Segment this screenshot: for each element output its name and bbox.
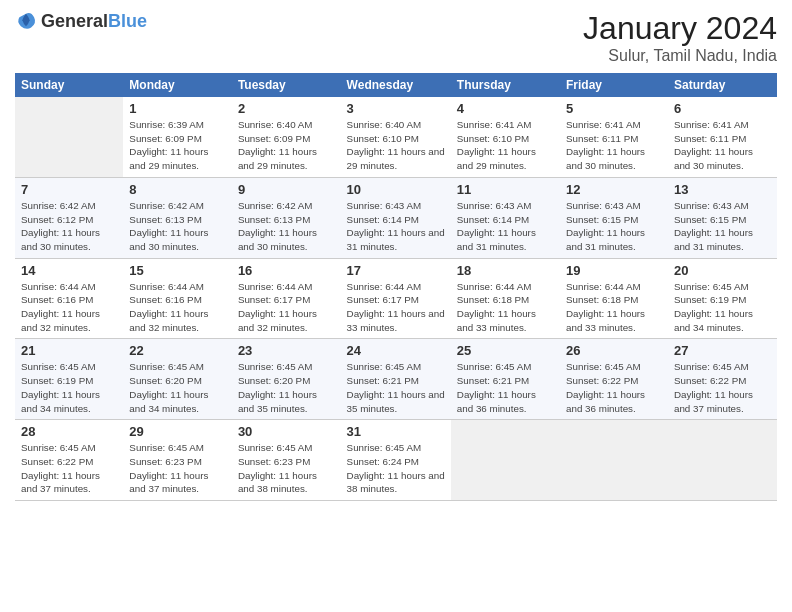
day-number: 14	[21, 263, 117, 278]
logo: GeneralBlue	[15, 10, 147, 32]
day-info: Sunrise: 6:45 AMSunset: 6:21 PMDaylight:…	[347, 360, 445, 415]
day-info: Sunrise: 6:43 AMSunset: 6:14 PMDaylight:…	[457, 199, 554, 254]
day-number: 5	[566, 101, 662, 116]
day-info: Sunrise: 6:40 AMSunset: 6:09 PMDaylight:…	[238, 118, 335, 173]
day-info: Sunrise: 6:45 AMSunset: 6:19 PMDaylight:…	[21, 360, 117, 415]
day-number: 16	[238, 263, 335, 278]
calendar-cell: 2Sunrise: 6:40 AMSunset: 6:09 PMDaylight…	[232, 97, 341, 177]
day-info: Sunrise: 6:45 AMSunset: 6:22 PMDaylight:…	[566, 360, 662, 415]
col-monday: Monday	[123, 73, 232, 97]
day-number: 21	[21, 343, 117, 358]
col-tuesday: Tuesday	[232, 73, 341, 97]
day-number: 19	[566, 263, 662, 278]
calendar-week-row: 14Sunrise: 6:44 AMSunset: 6:16 PMDayligh…	[15, 258, 777, 339]
day-number: 2	[238, 101, 335, 116]
logo-icon	[15, 10, 37, 32]
day-number: 11	[457, 182, 554, 197]
logo-text: GeneralBlue	[41, 11, 147, 32]
day-number: 28	[21, 424, 117, 439]
day-number: 9	[238, 182, 335, 197]
day-info: Sunrise: 6:44 AMSunset: 6:18 PMDaylight:…	[457, 280, 554, 335]
col-thursday: Thursday	[451, 73, 560, 97]
calendar-cell: 5Sunrise: 6:41 AMSunset: 6:11 PMDaylight…	[560, 97, 668, 177]
day-number: 24	[347, 343, 445, 358]
calendar-cell: 15Sunrise: 6:44 AMSunset: 6:16 PMDayligh…	[123, 258, 232, 339]
calendar-title: January 2024	[583, 10, 777, 47]
day-number: 20	[674, 263, 771, 278]
day-number: 17	[347, 263, 445, 278]
day-info: Sunrise: 6:44 AMSunset: 6:17 PMDaylight:…	[347, 280, 445, 335]
calendar-cell: 17Sunrise: 6:44 AMSunset: 6:17 PMDayligh…	[341, 258, 451, 339]
day-info: Sunrise: 6:40 AMSunset: 6:10 PMDaylight:…	[347, 118, 445, 173]
calendar-header-row: Sunday Monday Tuesday Wednesday Thursday…	[15, 73, 777, 97]
calendar-cell: 13Sunrise: 6:43 AMSunset: 6:15 PMDayligh…	[668, 177, 777, 258]
calendar-cell: 3Sunrise: 6:40 AMSunset: 6:10 PMDaylight…	[341, 97, 451, 177]
logo-general: General	[41, 11, 108, 31]
day-number: 15	[129, 263, 226, 278]
calendar-cell: 21Sunrise: 6:45 AMSunset: 6:19 PMDayligh…	[15, 339, 123, 420]
calendar-subtitle: Sulur, Tamil Nadu, India	[583, 47, 777, 65]
calendar-cell: 8Sunrise: 6:42 AMSunset: 6:13 PMDaylight…	[123, 177, 232, 258]
calendar-week-row: 28Sunrise: 6:45 AMSunset: 6:22 PMDayligh…	[15, 420, 777, 501]
calendar-cell: 14Sunrise: 6:44 AMSunset: 6:16 PMDayligh…	[15, 258, 123, 339]
day-number: 22	[129, 343, 226, 358]
calendar-cell: 28Sunrise: 6:45 AMSunset: 6:22 PMDayligh…	[15, 420, 123, 501]
col-sunday: Sunday	[15, 73, 123, 97]
calendar-cell	[560, 420, 668, 501]
calendar-cell: 12Sunrise: 6:43 AMSunset: 6:15 PMDayligh…	[560, 177, 668, 258]
calendar-cell: 27Sunrise: 6:45 AMSunset: 6:22 PMDayligh…	[668, 339, 777, 420]
header: GeneralBlue January 2024 Sulur, Tamil Na…	[15, 10, 777, 65]
day-info: Sunrise: 6:45 AMSunset: 6:22 PMDaylight:…	[21, 441, 117, 496]
day-number: 7	[21, 182, 117, 197]
calendar-cell: 22Sunrise: 6:45 AMSunset: 6:20 PMDayligh…	[123, 339, 232, 420]
day-info: Sunrise: 6:45 AMSunset: 6:23 PMDaylight:…	[238, 441, 335, 496]
calendar-cell: 11Sunrise: 6:43 AMSunset: 6:14 PMDayligh…	[451, 177, 560, 258]
calendar-cell: 29Sunrise: 6:45 AMSunset: 6:23 PMDayligh…	[123, 420, 232, 501]
col-saturday: Saturday	[668, 73, 777, 97]
col-friday: Friday	[560, 73, 668, 97]
day-info: Sunrise: 6:44 AMSunset: 6:17 PMDaylight:…	[238, 280, 335, 335]
calendar-cell: 1Sunrise: 6:39 AMSunset: 6:09 PMDaylight…	[123, 97, 232, 177]
day-info: Sunrise: 6:42 AMSunset: 6:13 PMDaylight:…	[238, 199, 335, 254]
calendar-cell: 6Sunrise: 6:41 AMSunset: 6:11 PMDaylight…	[668, 97, 777, 177]
day-number: 6	[674, 101, 771, 116]
day-number: 1	[129, 101, 226, 116]
day-number: 18	[457, 263, 554, 278]
calendar-cell: 18Sunrise: 6:44 AMSunset: 6:18 PMDayligh…	[451, 258, 560, 339]
calendar-cell: 25Sunrise: 6:45 AMSunset: 6:21 PMDayligh…	[451, 339, 560, 420]
day-number: 27	[674, 343, 771, 358]
day-number: 26	[566, 343, 662, 358]
day-info: Sunrise: 6:41 AMSunset: 6:11 PMDaylight:…	[566, 118, 662, 173]
calendar-cell: 23Sunrise: 6:45 AMSunset: 6:20 PMDayligh…	[232, 339, 341, 420]
day-info: Sunrise: 6:44 AMSunset: 6:16 PMDaylight:…	[21, 280, 117, 335]
calendar-cell: 10Sunrise: 6:43 AMSunset: 6:14 PMDayligh…	[341, 177, 451, 258]
day-number: 31	[347, 424, 445, 439]
calendar-cell: 24Sunrise: 6:45 AMSunset: 6:21 PMDayligh…	[341, 339, 451, 420]
calendar-cell: 7Sunrise: 6:42 AMSunset: 6:12 PMDaylight…	[15, 177, 123, 258]
day-number: 23	[238, 343, 335, 358]
day-info: Sunrise: 6:42 AMSunset: 6:12 PMDaylight:…	[21, 199, 117, 254]
day-info: Sunrise: 6:41 AMSunset: 6:11 PMDaylight:…	[674, 118, 771, 173]
day-info: Sunrise: 6:39 AMSunset: 6:09 PMDaylight:…	[129, 118, 226, 173]
day-number: 3	[347, 101, 445, 116]
calendar-week-row: 1Sunrise: 6:39 AMSunset: 6:09 PMDaylight…	[15, 97, 777, 177]
day-info: Sunrise: 6:43 AMSunset: 6:14 PMDaylight:…	[347, 199, 445, 254]
calendar-cell	[668, 420, 777, 501]
day-number: 13	[674, 182, 771, 197]
col-wednesday: Wednesday	[341, 73, 451, 97]
day-info: Sunrise: 6:42 AMSunset: 6:13 PMDaylight:…	[129, 199, 226, 254]
calendar-cell: 20Sunrise: 6:45 AMSunset: 6:19 PMDayligh…	[668, 258, 777, 339]
day-info: Sunrise: 6:45 AMSunset: 6:20 PMDaylight:…	[238, 360, 335, 415]
day-number: 29	[129, 424, 226, 439]
day-info: Sunrise: 6:45 AMSunset: 6:20 PMDaylight:…	[129, 360, 226, 415]
day-info: Sunrise: 6:43 AMSunset: 6:15 PMDaylight:…	[674, 199, 771, 254]
page: GeneralBlue January 2024 Sulur, Tamil Na…	[0, 0, 792, 612]
calendar-cell: 31Sunrise: 6:45 AMSunset: 6:24 PMDayligh…	[341, 420, 451, 501]
day-info: Sunrise: 6:45 AMSunset: 6:21 PMDaylight:…	[457, 360, 554, 415]
day-info: Sunrise: 6:44 AMSunset: 6:16 PMDaylight:…	[129, 280, 226, 335]
day-info: Sunrise: 6:45 AMSunset: 6:19 PMDaylight:…	[674, 280, 771, 335]
calendar-cell: 9Sunrise: 6:42 AMSunset: 6:13 PMDaylight…	[232, 177, 341, 258]
calendar-week-row: 21Sunrise: 6:45 AMSunset: 6:19 PMDayligh…	[15, 339, 777, 420]
title-block: January 2024 Sulur, Tamil Nadu, India	[583, 10, 777, 65]
calendar-cell	[451, 420, 560, 501]
